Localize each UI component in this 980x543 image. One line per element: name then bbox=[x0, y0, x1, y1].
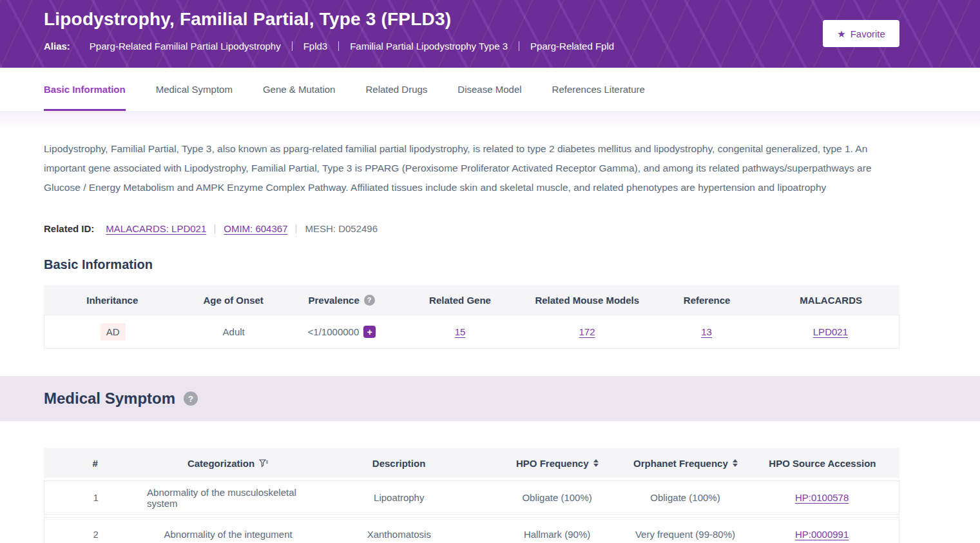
row-number: 1 bbox=[44, 481, 147, 514]
sort-icon[interactable] bbox=[733, 459, 738, 467]
related-mouse-models-link[interactable]: 172 bbox=[579, 326, 595, 337]
table-row: 2 Abnormality of the integument Xanthoma… bbox=[44, 517, 899, 543]
sort-icon[interactable] bbox=[593, 459, 599, 467]
table-row: 1 Abnormality of the musculoskeletal sys… bbox=[44, 480, 899, 515]
medical-symptom-band: Medical Symptom ? bbox=[0, 376, 980, 421]
tab-gene-mutation[interactable]: Gene & Mutation bbox=[263, 68, 336, 111]
col-description: Description bbox=[309, 448, 489, 478]
description-cell: Xanthomatosis bbox=[309, 518, 488, 543]
reference-link[interactable]: 13 bbox=[701, 326, 712, 337]
alias-row: Alias: Pparg-Related Familial Partial Li… bbox=[44, 41, 936, 52]
age-of-onset-cell: Adult bbox=[181, 315, 286, 348]
related-gene-cell: 15 bbox=[398, 315, 523, 348]
col-related-mouse-models: Related Mouse Models bbox=[523, 285, 651, 315]
page-header: Lipodystrophy, Familial Partial, Type 3 … bbox=[0, 0, 980, 68]
orphanet-frequency-cell: Obligate (100%) bbox=[626, 481, 745, 514]
favorite-button[interactable]: ★ Favorite bbox=[823, 20, 899, 47]
col-inheritance: Inheritance bbox=[44, 285, 180, 315]
tab-references-literature[interactable]: References Literature bbox=[552, 68, 645, 111]
malacards-id-link[interactable]: LPD021 bbox=[813, 326, 848, 337]
col-related-gene: Related Gene bbox=[397, 285, 523, 315]
medical-symptom-heading: Medical Symptom bbox=[44, 390, 175, 408]
categorization-cell: Abnormality of the integument bbox=[147, 518, 309, 543]
reference-cell: 13 bbox=[651, 315, 762, 348]
prevalence-value: <1/1000000 bbox=[308, 326, 360, 337]
inheritance-cell: AD bbox=[44, 315, 181, 348]
hpo-frequency-cell: Obligate (100%) bbox=[489, 481, 626, 514]
col-categorization-label: Categorization bbox=[187, 458, 255, 469]
hpo-accession-link[interactable]: HP:0100578 bbox=[795, 492, 849, 503]
medical-symptom-table-header: # Categorization Description HPO Frequen… bbox=[44, 448, 899, 478]
medical-symptom-table: # Categorization Description HPO Frequen… bbox=[44, 448, 899, 543]
tab-bar: Basic Information Medical Symptom Gene &… bbox=[0, 68, 980, 111]
divider bbox=[296, 224, 296, 233]
alias-label: Alias: bbox=[44, 41, 70, 52]
col-prevalence: Prevalence ? bbox=[286, 285, 398, 315]
description-cell: Lipoatrophy bbox=[309, 481, 488, 514]
divider bbox=[519, 41, 519, 51]
col-orphanet-frequency: Orphanet Frequency bbox=[626, 448, 745, 478]
alias-item: Pparg-Related Familial Partial Lipodystr… bbox=[90, 41, 281, 52]
col-hpo-frequency: HPO Frequency bbox=[489, 448, 626, 478]
divider bbox=[215, 224, 215, 233]
row-number: 2 bbox=[44, 518, 147, 543]
fade-band bbox=[0, 111, 980, 129]
table-row: AD Adult <1/1000000 + 15 172 13 LPD021 bbox=[44, 315, 899, 349]
malacards-cell: LPD021 bbox=[762, 315, 899, 348]
favorite-label: Favorite bbox=[850, 28, 885, 39]
hpo-frequency-cell: Hallmark (90%) bbox=[489, 518, 626, 543]
prevalence-expand-button[interactable]: + bbox=[363, 326, 376, 338]
orphanet-frequency-cell: Very frequent (99-80%) bbox=[626, 518, 745, 543]
related-id-row: Related ID: MALACARDS: LPD021 OMIM: 6043… bbox=[44, 223, 899, 234]
col-prevalence-label: Prevalence bbox=[309, 295, 360, 306]
filter-icon[interactable] bbox=[259, 459, 268, 468]
disease-description: Lipodystrophy, Familial Partial, Type 3,… bbox=[44, 139, 899, 197]
col-hpo-source-accession: HPO Source Accession bbox=[745, 448, 899, 478]
hpo-accession-cell: HP:0100578 bbox=[745, 481, 899, 514]
col-reference: Reference bbox=[651, 285, 763, 315]
basic-info-heading: Basic Information bbox=[44, 257, 899, 272]
omim-link[interactable]: OMIM: 604367 bbox=[224, 223, 287, 234]
prevalence-cell: <1/1000000 + bbox=[286, 315, 397, 348]
col-categorization: Categorization bbox=[146, 448, 309, 478]
star-icon: ★ bbox=[837, 29, 845, 39]
hpo-accession-cell: HP:0000991 bbox=[745, 518, 899, 543]
hpo-accession-link[interactable]: HP:0000991 bbox=[795, 529, 849, 540]
categorization-cell: Abnormality of the musculoskeletal syste… bbox=[147, 481, 309, 514]
col-malacards: MALACARDS bbox=[762, 285, 899, 315]
medical-symptom-help-icon[interactable]: ? bbox=[184, 391, 198, 406]
divider bbox=[292, 41, 293, 51]
divider bbox=[338, 41, 339, 51]
alias-item: Familial Partial Lipodystrophy Type 3 bbox=[350, 41, 508, 52]
related-gene-link[interactable]: 15 bbox=[455, 326, 466, 337]
tab-basic-information[interactable]: Basic Information bbox=[44, 68, 126, 111]
col-hpo-frequency-label: HPO Frequency bbox=[516, 458, 589, 469]
main-content: Lipodystrophy, Familial Partial, Type 3,… bbox=[0, 139, 980, 349]
medical-symptom-section: # Categorization Description HPO Frequen… bbox=[0, 448, 980, 543]
tab-related-drugs[interactable]: Related Drugs bbox=[365, 68, 427, 111]
related-mouse-models-cell: 172 bbox=[523, 315, 651, 348]
basic-info-table: Inheritance Age of Onset Prevalence ? Re… bbox=[44, 285, 899, 349]
basic-info-table-header: Inheritance Age of Onset Prevalence ? Re… bbox=[44, 285, 899, 315]
prevalence-help-icon[interactable]: ? bbox=[364, 295, 375, 306]
related-id-label: Related ID: bbox=[44, 223, 94, 234]
tab-medical-symptom[interactable]: Medical Symptom bbox=[156, 68, 233, 111]
page: { "icons": { "star": "★", "plus": "+", "… bbox=[0, 0, 980, 543]
alias-item: Fpld3 bbox=[303, 41, 328, 52]
malacards-link[interactable]: MALACARDS: LPD021 bbox=[106, 223, 206, 234]
col-age-of-onset: Age of Onset bbox=[180, 285, 285, 315]
alias-item: Pparg-Related Fpld bbox=[530, 41, 614, 52]
tab-disease-model[interactable]: Disease Model bbox=[457, 68, 521, 111]
col-orphanet-frequency-label: Orphanet Frequency bbox=[633, 458, 728, 469]
mesh-id: MESH: D052496 bbox=[305, 223, 378, 234]
page-title: Lipodystrophy, Familial Partial, Type 3 … bbox=[44, 9, 936, 30]
col-number: # bbox=[44, 448, 146, 478]
inheritance-badge: AD bbox=[101, 323, 126, 341]
